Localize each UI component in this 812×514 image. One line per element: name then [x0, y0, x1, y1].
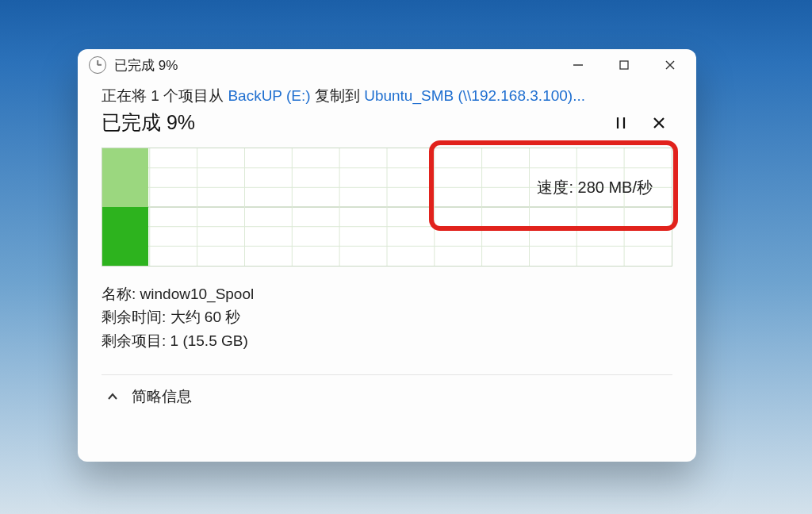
close-button[interactable] [647, 49, 693, 81]
transfer-details: 名称: window10_Spool 剩余时间: 大约 60 秒 剩余项目: 1… [102, 282, 672, 352]
clock-icon [89, 56, 106, 74]
copy-source-link[interactable]: BackUP (E:) [228, 87, 310, 104]
graph-bar [102, 148, 148, 266]
detail-items-remaining: 剩余项目: 1 (15.5 GB) [102, 329, 672, 352]
file-copy-dialog: 已完成 9% 正在将 1 个项目从 BackUP (E:) 复制到 Ubuntu… [78, 49, 696, 462]
speed-label: 速度: 280 MB/秒 [537, 177, 653, 198]
progress-label: 已完成 9% [102, 109, 195, 136]
bar-upper-segment [102, 148, 148, 207]
copy-middle: 复制到 [311, 87, 365, 104]
dialog-content: 正在将 1 个项目从 BackUP (E:) 复制到 Ubuntu_SMB (\… [78, 81, 696, 407]
copy-description: 正在将 1 个项目从 BackUP (E:) 复制到 Ubuntu_SMB (\… [102, 86, 672, 106]
maximize-button[interactable] [601, 49, 647, 81]
cancel-button[interactable] [645, 109, 672, 136]
titlebar: 已完成 9% [78, 49, 696, 81]
copy-destination-link[interactable]: Ubuntu_SMB (\\192.168.3.100)... [364, 87, 585, 104]
window-title: 已完成 9% [114, 56, 555, 75]
graph-bars [102, 148, 148, 266]
detail-name: 名称: window10_Spool [102, 282, 672, 305]
progress-row: 已完成 9% [102, 109, 672, 136]
window-controls [555, 49, 693, 81]
svg-rect-1 [620, 61, 628, 69]
detail-time-remaining: 剩余时间: 大约 60 秒 [102, 305, 672, 328]
bar-lower-segment [102, 207, 148, 266]
pause-button[interactable] [607, 109, 634, 136]
copy-prefix: 正在将 1 个项目从 [102, 87, 228, 104]
graph-grid [102, 148, 672, 266]
details-toggle[interactable]: 简略信息 [102, 375, 672, 407]
chevron-up-icon [106, 390, 119, 403]
details-toggle-label: 简略信息 [132, 386, 192, 407]
speed-graph: 速度: 280 MB/秒 [102, 148, 672, 267]
minimize-button[interactable] [555, 49, 601, 81]
